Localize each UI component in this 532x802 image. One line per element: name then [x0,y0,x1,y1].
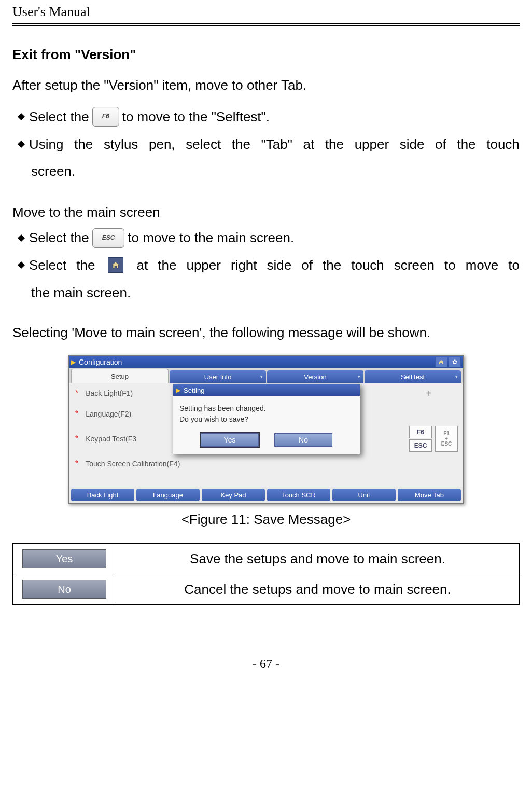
button-description-table: Yes Save the setups and move to main scr… [12,543,520,605]
chevron-down-icon: ▾ [260,374,263,379]
bullet-esc-pre: Select the [29,226,89,250]
bullet-f6-pre: Select the [29,105,89,129]
bullet-f6: Select the F6 to move to the "Selftest". [12,105,520,129]
bullet-icon [18,234,25,242]
esc-key-icon: ESC [92,228,125,248]
header-rule [12,23,520,26]
esc-key-icon: ESC [409,439,432,452]
dialog-yes-button[interactable]: Yes [201,433,259,447]
table-no-desc: Cancel the setups and move to main scree… [116,574,520,605]
page-number: - 67 - [12,657,520,671]
dialog-line2: Do you wish to save? [179,414,354,425]
star-icon: * [75,434,78,444]
titlebar-arrow-icon: ▶ [71,358,76,366]
yes-button-graphic: Yes [22,549,106,568]
section-exit-title: Exit from "Version" [12,47,520,63]
chevron-down-icon: ▾ [455,374,458,379]
titlebar-home-button[interactable] [435,357,447,367]
bullet-icon [18,113,25,120]
home-icon [108,257,123,273]
f6-key-icon: F6 [409,426,432,438]
titlebar-arrow-icon: ▶ [176,387,180,394]
dialog-titlebar: ▶ Setting [173,384,360,396]
f6-key-icon: F6 [92,107,119,127]
app-titlebar: ▶ Configuration ✿ [69,356,463,368]
no-button-graphic: No [22,580,106,599]
bullet-f6-post: to move to the "Selftest". [122,105,270,129]
app-body: * Back Light(F1) + * Language(F2) * Keyp… [69,383,463,487]
btn-touchscr[interactable]: Touch SCR [267,489,330,501]
bottom-bar: Back Light Language Key Pad Touch SCR Un… [69,487,463,503]
bullet-stylus-cont: screen. [12,159,520,184]
figure-caption: <Figure 11: Save Message> [12,511,520,528]
bullet-stylus: Using the stylus pen, select the "Tab" a… [12,132,520,157]
dialog-title-text: Setting [184,386,204,394]
section-move-title: Move to the main screen [12,204,520,220]
tab-selftest[interactable]: SelfTest▾ [365,370,461,383]
table-yes-button-cell: Yes [13,544,116,574]
doc-header: User's Manual [12,0,520,23]
btn-keypad[interactable]: Key Pad [202,489,265,501]
titlebar-settings-button[interactable]: ✿ [449,357,461,367]
tabs-row: Setup User Info▾ Version▾ SelfTest▾ [69,368,463,383]
bullet-icon [18,141,25,148]
bullet-esc: Select the ESC to move to the main scree… [12,226,520,250]
chevron-down-icon: ▾ [358,374,360,379]
table-yes-desc: Save the setups and move to main screen. [116,544,520,574]
bullet-home-cont: the main screen. [12,281,520,305]
dialog-body: Setting has been changed. Do you wish to… [173,396,360,428]
dialog-line1: Setting has been changed. [179,403,354,414]
btn-backlight[interactable]: Back Light [71,489,134,501]
dialog-no-button[interactable]: No [274,433,332,447]
bullet-icon [18,261,25,269]
plus-icon: + [426,388,432,399]
star-icon: * [75,389,78,398]
tab-version[interactable]: Version▾ [267,370,363,383]
btn-movetab[interactable]: Move Tab [398,489,461,501]
tab-setup[interactable]: Setup [71,369,169,383]
transition-text: Selecting 'Move to main screen', the fol… [12,321,520,345]
row-touchscreen[interactable]: * Touch Screen Calibration(F4) [69,453,463,474]
bullet-esc-post: to move to the main screen. [128,226,294,250]
f1-plus-esc-key-icon: F1+ESC [435,426,458,452]
save-dialog: ▶ Setting Setting has been changed. Do y… [173,384,360,454]
window-title: Configuration [79,358,122,366]
section-exit-intro: After setup the "Version" item, move to … [12,73,520,98]
bullet-home: Select the at the upper right side of th… [12,253,520,278]
star-icon: * [75,459,78,468]
app-window: ▶ Configuration ✿ Setup User Info▾ Versi… [68,355,464,504]
btn-unit[interactable]: Unit [332,489,396,501]
table-no-button-cell: No [13,574,116,605]
tab-user-info[interactable]: User Info▾ [170,370,266,383]
btn-language[interactable]: Language [136,489,200,501]
star-icon: * [75,409,78,419]
